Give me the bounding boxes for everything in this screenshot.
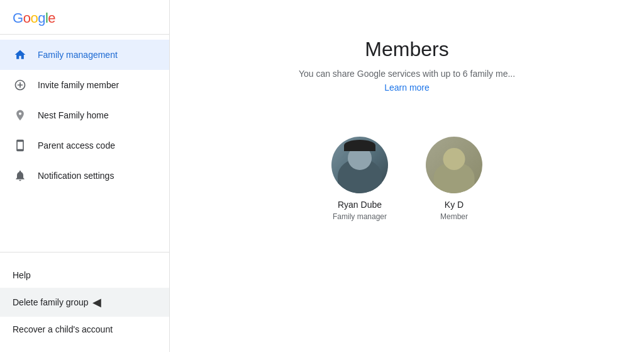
member-card-ryan: Ryan Dube Family manager bbox=[331, 137, 388, 221]
sidebar-divider bbox=[0, 252, 169, 253]
members-title: Members bbox=[365, 38, 448, 61]
home-icon bbox=[13, 47, 28, 62]
sidebar-item-nest-family[interactable]: Nest Family home bbox=[0, 100, 169, 130]
sidebar-item-notification-settings[interactable]: Notification settings bbox=[0, 161, 169, 191]
learn-more-link[interactable]: Learn more bbox=[384, 82, 430, 93]
sidebar-bottom-section: Help Delete family group ◀ Recover a chi… bbox=[0, 258, 169, 352]
help-label: Help bbox=[13, 270, 31, 280]
logo-letter-e: e bbox=[48, 10, 55, 26]
hat-overlay bbox=[344, 140, 375, 151]
sidebar-item-family-management[interactable]: Family management bbox=[0, 40, 169, 70]
sidebar-label-family-management: Family management bbox=[38, 50, 118, 60]
member-role-ryan: Family manager bbox=[333, 212, 387, 221]
member-card-ky: Ky D Member bbox=[426, 137, 482, 221]
google-logo: Google bbox=[13, 10, 157, 26]
member-role-ky: Member bbox=[440, 212, 468, 221]
nest-icon bbox=[13, 108, 28, 123]
sidebar-item-help[interactable]: Help bbox=[0, 263, 169, 288]
sidebar-label-nest-family: Nest Family home bbox=[38, 110, 109, 120]
sidebar-item-recover-child[interactable]: Recover a child's account bbox=[0, 317, 169, 342]
sidebar: Google Family management Invite family m… bbox=[0, 0, 170, 352]
members-grid: Ryan Dube Family manager Ky D Member bbox=[331, 137, 482, 221]
member-name-ryan: Ryan Dube bbox=[338, 200, 382, 210]
logo-letter-o1: o bbox=[23, 10, 31, 26]
members-subtitle: You can share Google services with up to… bbox=[299, 69, 515, 79]
recover-child-label: Recover a child's account bbox=[13, 324, 113, 334]
member-name-ky: Ky D bbox=[445, 200, 464, 210]
sidebar-label-notification-settings: Notification settings bbox=[38, 171, 114, 181]
sidebar-label-parent-access: Parent access code bbox=[38, 140, 115, 150]
logo-letter-g: G bbox=[13, 10, 23, 26]
sidebar-label-invite-family: Invite family member bbox=[38, 80, 119, 90]
sidebar-item-delete-family[interactable]: Delete family group ◀ bbox=[0, 288, 169, 317]
cursor-icon: ◀ bbox=[92, 295, 101, 309]
logo-area: Google bbox=[0, 0, 169, 35]
sidebar-item-invite-family[interactable]: Invite family member bbox=[0, 70, 169, 100]
sidebar-item-parent-access[interactable]: Parent access code bbox=[0, 130, 169, 161]
add-circle-icon bbox=[13, 77, 28, 93]
main-content: Members You can share Google services wi… bbox=[170, 0, 644, 352]
avatar-ky bbox=[426, 137, 482, 193]
sidebar-navigation: Family management Invite family member N… bbox=[0, 35, 169, 247]
logo-letter-o2: o bbox=[30, 10, 38, 26]
delete-family-label: Delete family group bbox=[13, 297, 89, 307]
phone-icon bbox=[13, 138, 28, 153]
avatar-ryan bbox=[331, 137, 388, 193]
bell-icon bbox=[13, 168, 28, 183]
logo-letter-g2: g bbox=[38, 10, 45, 26]
